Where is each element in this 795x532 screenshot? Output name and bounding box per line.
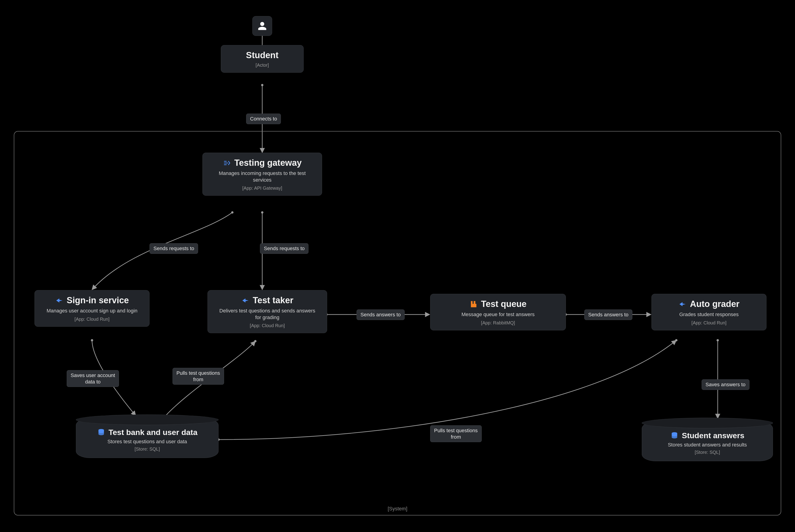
taker-title: Test taker (253, 296, 294, 305)
system-label: [System] (388, 506, 407, 512)
person-icon (257, 21, 267, 31)
grader-meta: [App: Cloud Run] (659, 320, 759, 326)
taker-desc: Delivers test questions and sends answer… (219, 308, 316, 321)
taker-meta: [App: Cloud Run] (215, 323, 320, 328)
actor-meta: [Actor] (228, 62, 297, 68)
api-gateway-icon (223, 159, 231, 167)
cloud-run-icon (55, 296, 63, 305)
actor-icon-box (252, 16, 272, 36)
database-icon (97, 428, 105, 437)
edge-connects-to: Connects to (246, 114, 281, 124)
node-auto-grader: Auto grader Grades student responses [Ap… (651, 294, 766, 330)
answers-desc: Stores student answers and results (649, 442, 766, 448)
cloud-run-icon (678, 300, 687, 308)
node-test-queue: Test queue Message queue for test answer… (430, 294, 566, 330)
edge-saves-user-data: Saves user account data to (67, 370, 119, 387)
queue-title: Test queue (481, 299, 526, 309)
edge-pulls-questions-taker: Pulls test questions from (172, 368, 224, 385)
edge-sends-answers-grader: Sends answers to (584, 309, 632, 320)
store-student-answers: Student answers Stores student answers a… (642, 422, 773, 461)
edge-sends-requests-signin: Sends requests to (149, 243, 198, 254)
edge-sends-answers-queue: Sends answers to (356, 309, 405, 320)
edge-saves-answers: Saves answers to (702, 379, 750, 390)
signin-meta: [App: Cloud Run] (42, 317, 142, 322)
svg-point-5 (261, 84, 263, 86)
gateway-meta: [App: API Gateway] (209, 186, 315, 191)
actor-title: Student (246, 50, 278, 60)
actor-student: Student [Actor] (221, 45, 304, 73)
gateway-title: Testing gateway (235, 158, 302, 168)
signin-desc: Manages user account sign up and login (44, 308, 140, 314)
queue-meta: [App: RabbitMQ] (437, 320, 559, 326)
edge-sends-requests-taker: Sends requests to (260, 243, 309, 254)
rabbitmq-icon (469, 300, 478, 308)
grader-desc: Grades student responses (661, 311, 757, 318)
answers-title: Student answers (682, 431, 744, 440)
cloud-run-icon (241, 296, 249, 305)
bank-title: Test bank and user data (109, 428, 198, 437)
grader-title: Auto grader (690, 299, 739, 309)
node-testing-gateway: Testing gateway Manages incoming request… (202, 153, 322, 196)
edge-pulls-questions-grader: Pulls test questions from (430, 425, 482, 442)
answers-meta: [Store: SQL] (649, 450, 766, 455)
node-test-taker: Test taker Delivers test questions and s… (207, 290, 327, 333)
node-signin-service: Sign-in service Manages user account sig… (35, 290, 149, 327)
bank-meta: [Store: SQL] (83, 446, 211, 452)
signin-title: Sign-in service (67, 296, 129, 305)
queue-desc: Message queue for test answers (450, 311, 546, 318)
bank-desc: Stores test questions and user data (83, 439, 211, 445)
database-icon (670, 432, 679, 440)
store-test-bank: Test bank and user data Stores test ques… (76, 418, 219, 458)
gateway-desc: Manages incoming requests to the test se… (214, 170, 311, 183)
